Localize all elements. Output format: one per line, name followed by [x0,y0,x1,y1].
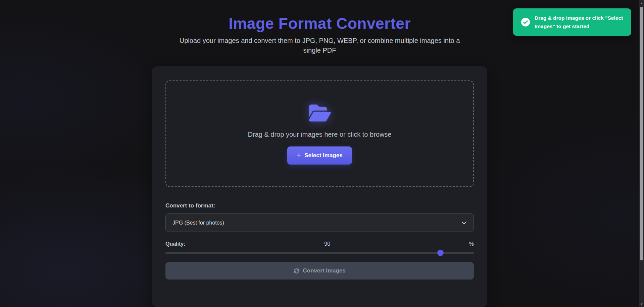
quality-unit: % [469,241,474,247]
select-images-button[interactable]: + Select Images [287,146,352,165]
main-content: Image Format Converter Upload your image… [0,0,639,307]
dropzone-hint: Drag & drop your images here or click to… [248,131,392,138]
converter-card: Drag & drop your images here or click to… [152,66,487,307]
select-images-label: Select Images [304,152,342,159]
scrollbar-up-arrow[interactable]: ▲ [639,1,644,5]
convert-images-button[interactable]: Convert Images [165,262,474,280]
convert-images-label: Convert Images [303,267,346,274]
format-select-wrap: JPG (Best for photos) [165,213,474,232]
quality-value: 90 [324,241,330,247]
toast-message: Drag & drop images or click "Select Imag… [535,14,625,30]
format-select[interactable]: JPG (Best for photos) [165,213,474,232]
folder-open-icon [309,103,331,123]
page-title: Image Format Converter [229,14,411,33]
check-circle-icon [521,18,530,26]
scrollbar-down-arrow[interactable]: ▼ [639,302,644,306]
page-scrollbar[interactable]: ▲ ▼ [639,0,644,307]
quality-slider[interactable] [165,252,474,254]
quality-row: Quality: 90 % [165,241,474,247]
sync-icon [294,268,299,274]
page-subtitle: Upload your images and convert them to J… [179,36,461,55]
format-label: Convert to format: [165,202,474,209]
scrollbar-thumb[interactable] [640,7,643,260]
image-dropzone[interactable]: Drag & drop your images here or click to… [165,80,474,187]
toast-notification[interactable]: Drag & drop images or click "Select Imag… [513,8,631,36]
quality-label: Quality: [165,241,186,247]
plus-icon: + [297,151,301,159]
